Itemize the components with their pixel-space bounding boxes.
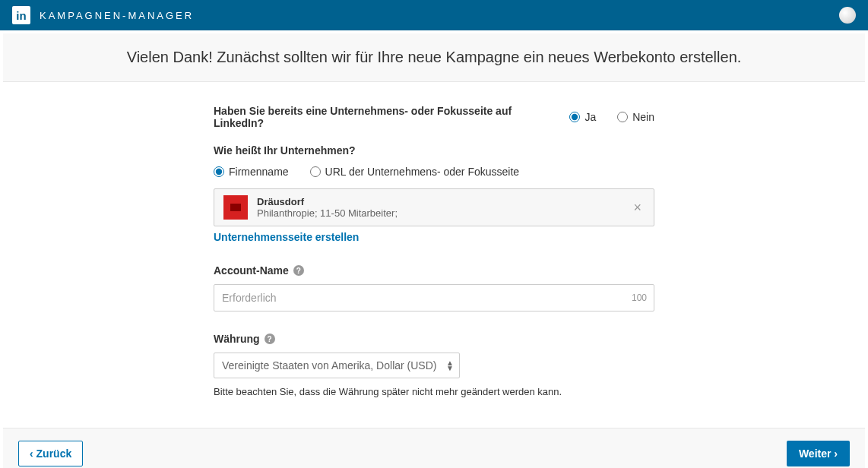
company-logo-icon bbox=[223, 195, 248, 220]
has-page-no-radio[interactable] bbox=[617, 112, 628, 122]
lookup-method-radio-group: Firmenname URL der Unternehmens- oder Fo… bbox=[214, 166, 654, 178]
has-page-no-label[interactable]: Nein bbox=[632, 111, 654, 123]
currency-select[interactable]: Vereinigte Staaten von Amerika, Dollar (… bbox=[214, 353, 460, 378]
page-subheader: Vielen Dank! Zunächst sollten wir für Ih… bbox=[3, 33, 865, 82]
has-page-row: Haben Sie bereits eine Unternehmens- ode… bbox=[214, 105, 654, 129]
account-name-input[interactable] bbox=[214, 284, 654, 311]
account-name-char-count: 100 bbox=[632, 292, 647, 303]
by-url-radio[interactable] bbox=[310, 166, 321, 177]
company-name-question: Wie heißt Ihr Unternehmen? bbox=[214, 144, 654, 157]
has-page-radio-group: Ja Nein bbox=[569, 111, 654, 123]
create-company-page-link[interactable]: Unternehmensseite erstellen bbox=[214, 231, 359, 243]
by-name-radio[interactable] bbox=[214, 166, 224, 177]
content-area: Haben Sie bereits eine Unternehmens- ode… bbox=[3, 82, 865, 428]
header-left: in KAMPAGNEN-MANAGER bbox=[12, 6, 194, 24]
account-name-block: Account-Name ? 100 bbox=[214, 264, 654, 311]
company-meta: Philanthropie; 11-50 Mitarbeiter; bbox=[257, 207, 630, 219]
remove-company-icon[interactable]: × bbox=[630, 197, 645, 219]
has-page-yes-label[interactable]: Ja bbox=[584, 111, 596, 123]
company-name: Dräusdorf bbox=[257, 196, 630, 207]
currency-label: Währung bbox=[214, 333, 260, 345]
help-icon[interactable]: ? bbox=[265, 334, 275, 344]
company-info: Dräusdorf Philanthropie; 11-50 Mitarbeit… bbox=[257, 196, 630, 219]
logo-text: in bbox=[16, 9, 26, 22]
currency-note: Bitte beachten Sie, dass die Währung spä… bbox=[214, 386, 654, 397]
account-name-label: Account-Name bbox=[214, 264, 289, 277]
page-title: Vielen Dank! Zunächst sollten wir für Ih… bbox=[3, 49, 865, 66]
app-title: KAMPAGNEN-MANAGER bbox=[40, 10, 194, 21]
back-button[interactable]: ‹ Zurück bbox=[18, 441, 83, 466]
by-url-label[interactable]: URL der Unternehmens- oder Fokusseite bbox=[325, 166, 520, 178]
avatar[interactable] bbox=[839, 7, 856, 24]
app-header: in KAMPAGNEN-MANAGER bbox=[0, 0, 868, 30]
next-button[interactable]: Weiter › bbox=[787, 441, 850, 466]
footer-nav: ‹ Zurück Weiter › bbox=[3, 428, 865, 468]
currency-block: Währung ? Vereinigte Staaten von Amerika… bbox=[214, 333, 654, 397]
has-page-question: Haben Sie bereits eine Unternehmens- ode… bbox=[214, 105, 546, 129]
by-name-label[interactable]: Firmenname bbox=[229, 166, 289, 178]
linkedin-logo-icon[interactable]: in bbox=[12, 6, 30, 24]
selected-company-card: Dräusdorf Philanthropie; 11-50 Mitarbeit… bbox=[214, 188, 654, 226]
has-page-yes-radio[interactable] bbox=[569, 112, 580, 122]
help-icon[interactable]: ? bbox=[293, 265, 304, 276]
